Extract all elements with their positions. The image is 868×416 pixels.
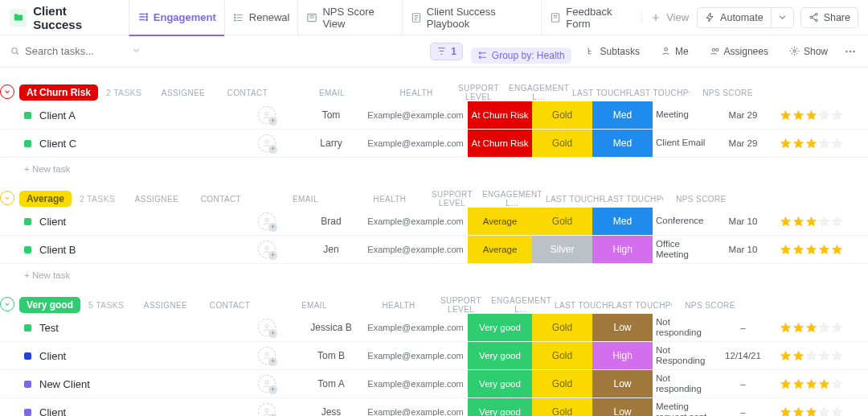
contact-cell[interactable]: Larry bbox=[299, 138, 363, 149]
col-assignee[interactable]: ASSIGNEE bbox=[133, 301, 198, 310]
new-task-button[interactable]: + New task bbox=[0, 158, 868, 179]
engagement-cell[interactable]: Low bbox=[592, 370, 653, 397]
health-cell[interactable]: Average bbox=[468, 236, 532, 263]
touchpoint-date-cell[interactable]: – bbox=[713, 379, 773, 389]
support-cell[interactable]: Silver bbox=[532, 236, 592, 263]
table-row[interactable]: New ClientTom AExample@example.comVery g… bbox=[0, 370, 868, 398]
contact-cell[interactable]: Tom bbox=[299, 109, 363, 121]
assignee-cell[interactable] bbox=[235, 375, 299, 393]
col-email[interactable]: EMAIL bbox=[280, 89, 384, 97]
nps-stars[interactable] bbox=[780, 244, 843, 256]
col-assignee[interactable]: ASSIGNEE bbox=[151, 89, 215, 97]
assignee-cell[interactable] bbox=[235, 212, 299, 230]
assignee-cell[interactable] bbox=[235, 241, 299, 258]
table-row[interactable]: ClientTom BExample@example.comVery goodG… bbox=[0, 342, 868, 370]
col-contact[interactable]: CONTACT bbox=[215, 89, 280, 97]
col-support[interactable]: SUPPORT LEVEL bbox=[422, 190, 482, 208]
health-cell[interactable]: Very good bbox=[468, 398, 532, 416]
task-name[interactable]: Test bbox=[39, 322, 59, 334]
col-touchpoint-date[interactable]: LAST TOUCHPOI… bbox=[612, 301, 672, 310]
tab-feedback-form[interactable]: Feedback Form bbox=[541, 0, 641, 35]
support-cell[interactable]: Gold bbox=[532, 130, 592, 157]
col-nps[interactable]: NPS SCORE bbox=[663, 195, 739, 204]
nps-stars[interactable] bbox=[780, 350, 843, 362]
table-row[interactable]: Client ATomExample@example.comAt Churn R… bbox=[0, 101, 868, 130]
nps-stars[interactable] bbox=[780, 322, 843, 334]
search-dropdown[interactable] bbox=[126, 43, 146, 60]
tab-nps-score-view[interactable]: NPS Score View bbox=[297, 0, 401, 35]
touchpoint-date-cell[interactable]: Mar 29 bbox=[713, 110, 773, 120]
subtasks-button[interactable]: Subtasks bbox=[579, 43, 646, 60]
engagement-cell[interactable]: Low bbox=[592, 314, 653, 341]
engagement-cell[interactable]: High bbox=[592, 236, 653, 263]
show-button[interactable]: Show bbox=[783, 43, 834, 60]
support-cell[interactable]: Gold bbox=[532, 370, 592, 397]
touchpoint-type-cell[interactable]: Not Responding bbox=[653, 345, 713, 366]
status-dot[interactable] bbox=[24, 140, 31, 147]
nps-stars[interactable] bbox=[780, 138, 843, 150]
touchpoint-type-cell[interactable]: Not responding bbox=[653, 373, 713, 394]
contact-cell[interactable]: Jen bbox=[299, 244, 363, 255]
task-name[interactable]: Client bbox=[39, 350, 66, 362]
engagement-cell[interactable]: High bbox=[592, 342, 653, 369]
col-contact[interactable]: CONTACT bbox=[198, 301, 262, 310]
col-engagement[interactable]: ENGAGEMENT L… bbox=[491, 296, 551, 314]
nps-cell[interactable] bbox=[773, 109, 850, 122]
assignee-cell[interactable] bbox=[235, 106, 299, 124]
group-toggle[interactable] bbox=[0, 191, 14, 205]
col-email[interactable]: EMAIL bbox=[253, 195, 358, 204]
col-engagement[interactable]: ENGAGEMENT L… bbox=[482, 190, 542, 208]
support-cell[interactable]: Gold bbox=[532, 208, 592, 235]
nps-cell[interactable] bbox=[773, 216, 850, 228]
support-cell[interactable]: Gold bbox=[532, 314, 592, 341]
col-assignee[interactable]: ASSIGNEE bbox=[125, 195, 189, 204]
share-button[interactable]: Share bbox=[800, 7, 858, 28]
task-name[interactable]: Client B bbox=[39, 244, 76, 256]
col-touchpoint-date[interactable]: LAST TOUCHPOI… bbox=[629, 89, 690, 97]
email-cell[interactable]: Example@example.com bbox=[363, 323, 468, 332]
nps-stars[interactable] bbox=[780, 378, 843, 390]
status-dot[interactable] bbox=[24, 324, 31, 332]
group-by-button[interactable]: Group by: Health bbox=[471, 47, 571, 64]
nps-cell[interactable] bbox=[773, 322, 850, 334]
health-cell[interactable]: Very good bbox=[468, 314, 532, 341]
touchpoint-type-cell[interactable]: Office Meeting bbox=[653, 239, 713, 260]
touchpoint-date-cell[interactable]: Mar 29 bbox=[713, 138, 773, 148]
col-engagement[interactable]: ENGAGEMENT L… bbox=[509, 84, 569, 101]
touchpoint-type-cell[interactable]: Conference bbox=[653, 216, 713, 226]
nps-cell[interactable] bbox=[773, 244, 850, 256]
table-row[interactable]: ClientJessExample@example.comVery goodGo… bbox=[0, 398, 868, 416]
touchpoint-type-cell[interactable]: Meeting request sent bbox=[653, 402, 713, 416]
table-row[interactable]: Client CLarryExample@example.comAt Churn… bbox=[0, 130, 868, 158]
group-toggle[interactable] bbox=[0, 297, 14, 311]
support-cell[interactable]: Gold bbox=[532, 398, 592, 416]
col-touchpoint-type[interactable]: LAST TOUCHPOI… bbox=[542, 195, 603, 204]
contact-cell[interactable]: Brad bbox=[299, 216, 363, 227]
email-cell[interactable]: Example@example.com bbox=[363, 407, 468, 416]
nps-stars[interactable] bbox=[780, 109, 843, 122]
col-touchpoint-type[interactable]: LAST TOUCHPOI… bbox=[569, 89, 629, 97]
filter-count-badge[interactable]: 1 bbox=[430, 43, 463, 60]
task-name[interactable]: Client bbox=[39, 216, 66, 228]
nps-cell[interactable] bbox=[773, 350, 850, 362]
contact-cell[interactable]: Jessica B bbox=[299, 322, 363, 333]
health-cell[interactable]: At Churn Risk bbox=[468, 130, 532, 157]
engagement-cell[interactable]: Med bbox=[592, 101, 653, 129]
col-nps[interactable]: NPS SCORE bbox=[690, 89, 766, 97]
new-task-button[interactable]: + New task bbox=[0, 264, 868, 285]
table-row[interactable]: Client BJenExample@example.comAverageSil… bbox=[0, 236, 868, 264]
health-cell[interactable]: Very good bbox=[468, 342, 532, 369]
col-email[interactable]: EMAIL bbox=[262, 301, 366, 310]
automate-button[interactable]: Automate bbox=[697, 7, 771, 28]
email-cell[interactable]: Example@example.com bbox=[363, 351, 468, 360]
tab-engagement[interactable]: Engagement bbox=[129, 0, 224, 36]
touchpoint-date-cell[interactable]: – bbox=[713, 407, 773, 416]
col-touchpoint-type[interactable]: LAST TOUCHPOI… bbox=[551, 301, 612, 310]
table-row[interactable]: ClientBradExample@example.comAverageGold… bbox=[0, 208, 868, 236]
touchpoint-date-cell[interactable]: Mar 10 bbox=[713, 216, 773, 226]
status-dot[interactable] bbox=[24, 409, 31, 416]
touchpoint-date-cell[interactable]: – bbox=[713, 323, 773, 332]
automate-dropdown[interactable] bbox=[771, 7, 794, 28]
nps-stars[interactable] bbox=[780, 216, 843, 228]
status-dot[interactable] bbox=[24, 381, 31, 388]
